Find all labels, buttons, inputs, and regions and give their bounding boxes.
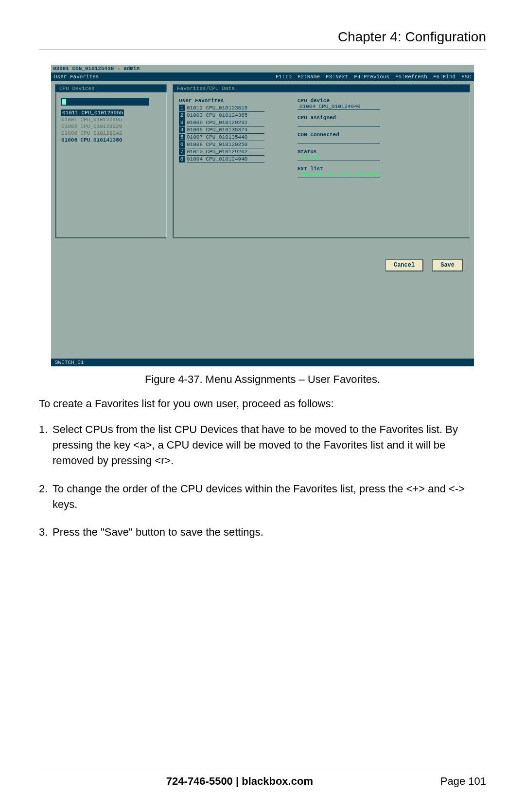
cpu-device-list[interactable]: 01011 CPU_010123955 01001 CPU_010129195 … <box>61 109 161 144</box>
fkey-f5[interactable]: F5:Refresh <box>395 74 427 80</box>
list-item[interactable]: 01000 CPU_010129242 <box>61 130 161 137</box>
list-item: 3.Press the "Save" button to save the se… <box>39 524 486 540</box>
cpu-device-value: 01004 CPU_010124940 <box>298 104 380 110</box>
terminal-footer: SWITCH_01 <box>51 359 474 366</box>
list-item[interactable]: 401005 CPU_010135374 <box>179 126 286 134</box>
chapter-header: Chapter 4: Configuration <box>39 29 486 50</box>
fkey-f4[interactable]: F4:Previous <box>354 74 389 80</box>
menu-title: User Favorites <box>54 74 99 80</box>
cpu-search-input[interactable] <box>61 98 149 106</box>
con-connected-label: CON connected <box>298 132 465 138</box>
fkey-f2[interactable]: F2:Name <box>298 74 320 80</box>
list-item[interactable]: 201003 CPU_010124365 <box>179 112 286 119</box>
favorites-panel: User Favorites 101012 CPU_010123615 2010… <box>173 92 470 238</box>
favorites-header: User Favorites <box>179 98 286 104</box>
list-item[interactable]: 01002 CPU_010129229 <box>61 123 161 130</box>
list-item[interactable]: 101012 CPU_010123615 <box>179 105 286 112</box>
cancel-button[interactable]: Cancel <box>385 259 423 271</box>
cpu-assigned-label: CPU assigned <box>298 115 465 121</box>
cpu-device-label: CPU device <box>298 98 465 104</box>
list-item[interactable]: 601008 CPU_010129250 <box>179 141 286 148</box>
list-item[interactable]: 301009 CPU_010129232 <box>179 119 286 126</box>
ext-list-label: EXT list <box>298 166 465 172</box>
figure-caption: Figure 4-37. Menu Assignments – User Fav… <box>39 373 486 386</box>
list-item[interactable]: 01011 CPU_010123955 <box>61 109 124 116</box>
ext-list-value: 01024940 007 EXT_10124940 <box>298 172 380 178</box>
cpu-devices-panel: 01011 CPU_010123955 01001 CPU_010129195 … <box>55 92 167 238</box>
list-item[interactable]: 501007 CPU_010135440 <box>179 134 286 141</box>
list-item[interactable]: 701010 CPU_010129202 <box>179 148 286 156</box>
menu-fkeys: F1:ID F2:Name F3:Next F4:Previous F5:Ref… <box>276 74 471 80</box>
list-item: 1.Select CPUs from the list CPU Devices … <box>39 422 486 469</box>
terminal-menu-bar: User Favorites F1:ID F2:Name F3:Next F4:… <box>51 72 474 81</box>
list-item[interactable]: 801004 CPU_010124940 <box>179 156 286 163</box>
intro-text: To create a Favorites list for you own u… <box>39 397 486 410</box>
favorites-list[interactable]: 101012 CPU_010123615 201003 CPU_01012436… <box>179 105 286 163</box>
terminal-session-line: 03001 CON_010125430 - admin <box>51 65 474 72</box>
terminal-screenshot: 03001 CON_010125430 - admin User Favorit… <box>51 65 474 366</box>
footer-contact: 724-746-5500 | blackbox.com <box>39 775 440 788</box>
cpu-devices-panel-title: CPU Devices <box>55 84 167 92</box>
steps-list: 1.Select CPUs from the list CPU Devices … <box>39 422 486 540</box>
fkey-f3[interactable]: F3:Next <box>326 74 348 80</box>
fkey-f6[interactable]: F6:Find <box>433 74 455 80</box>
page-footer: 724-746-5500 | blackbox.com Page 101 <box>39 767 486 788</box>
favorites-panel-title: Favorites/CPU Data <box>173 84 470 92</box>
con-connected-value <box>298 138 380 144</box>
cursor-icon <box>62 99 66 105</box>
footer-page-number: Page 101 <box>440 775 486 788</box>
list-item[interactable]: 01006 CPU_010141380 <box>61 137 161 144</box>
fkey-f1[interactable]: F1:ID <box>276 74 292 80</box>
save-button[interactable]: Save <box>432 259 463 271</box>
list-item[interactable]: 01001 CPU_010129195 <box>61 116 161 123</box>
status-label: Status <box>298 149 465 155</box>
status-value: ONLINE <box>298 155 380 161</box>
list-item: 2.To change the order of the CPU devices… <box>39 481 486 512</box>
cpu-assigned-value <box>298 121 380 127</box>
fkey-esc[interactable]: ESC <box>461 74 471 80</box>
